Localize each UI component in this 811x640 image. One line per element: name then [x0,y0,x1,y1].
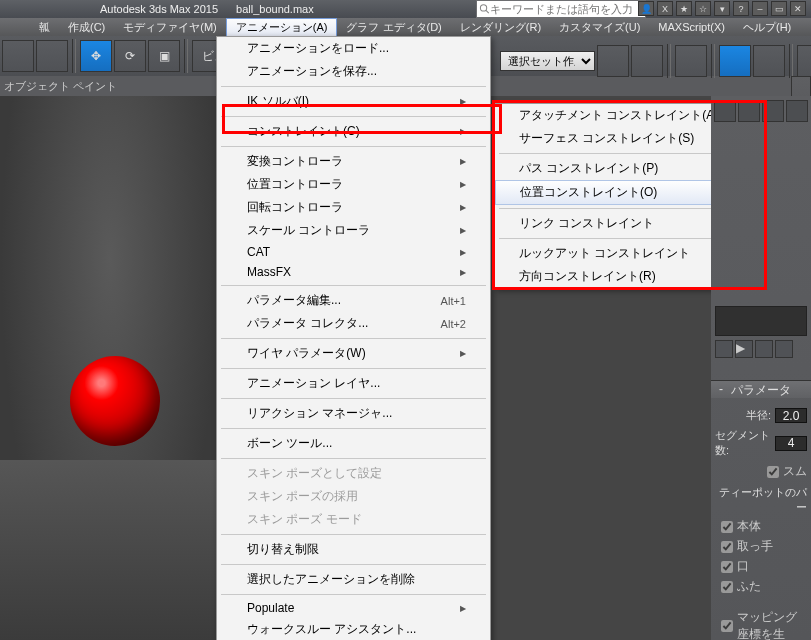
menu-separator [221,116,486,117]
menu-item-label: 回転コントローラ [247,199,343,216]
chk-lid[interactable] [721,561,733,573]
exchange-icon[interactable]: X [657,1,673,16]
tool-btn-redo[interactable] [36,40,68,72]
prev-btn-2[interactable]: ▶ [735,340,753,358]
chk-mapping[interactable] [721,620,733,632]
menu-separator [221,146,486,147]
menu-item[interactable]: レンダリング(R) [451,19,550,36]
label-segments: セグメント数: [715,428,771,458]
menu-item[interactable]: アニメーション(A) [226,18,338,37]
min-icon[interactable]: – [752,1,768,16]
star2-icon[interactable]: ☆ [695,1,711,16]
menu-item[interactable]: ボーン ツール... [217,432,490,455]
menu-item[interactable]: ヘルプ(H) [734,19,800,36]
menu-item[interactable]: 作成(C) [59,19,114,36]
toolbar-separator [184,39,188,73]
menu-item-label: CAT [247,245,270,259]
menu-item[interactable]: モディファイヤ(M) [114,19,226,36]
viewport-perspective[interactable] [0,96,220,640]
title-icon-strip: 👤 X ★ ☆ ▾ ? – ▭ ✕ [638,1,806,16]
chk-handle[interactable] [721,541,733,553]
menu-item[interactable]: 回転コントローラ [217,196,490,219]
tool-btn-layer[interactable] [753,45,785,77]
menu-item[interactable]: パラメータ編集...Alt+1 [217,289,490,312]
menu-item[interactable]: アニメーションをロード... [217,37,490,60]
menu-item[interactable]: アニメーション レイヤ... [217,372,490,395]
rollout-minus-icon: - [719,382,723,396]
menu-item-label: 位置コントローラ [247,176,343,193]
menu-item[interactable]: 瓡 [30,19,59,36]
menu-item[interactable]: 位置コントローラ [217,173,490,196]
menubar[interactable]: 瓡作成(C)モディファイヤ(M)アニメーション(A)グラフ エディタ(D)レンダ… [0,18,811,36]
menu-item-label: ワイヤ パラメータ(W) [247,345,366,362]
chk-smooth[interactable] [767,466,779,478]
menu-item-label: パラメータ編集... [247,292,341,309]
tool-btn-undo[interactable] [2,40,34,72]
menu-item[interactable]: パラメータ コレクタ...Alt+2 [217,312,490,335]
menu-item[interactable]: アニメーションを保存... [217,60,490,83]
tool-btn-curve[interactable] [797,45,811,77]
menu-item[interactable]: Populate [217,598,490,618]
menu-item[interactable]: ウォークスルー アシスタント... [217,618,490,640]
label-lid: 口 [737,558,749,575]
menu-item[interactable]: 切り替え制限 [217,538,490,561]
tool-btn-scale[interactable]: ▣ [148,40,180,72]
viewport-ground [0,460,220,640]
menu-item[interactable]: ワイヤ パラメータ(W) [217,342,490,365]
help-icon[interactable]: ? [733,1,749,16]
menu-item: スキン ポーズ モード [217,508,490,531]
tool-btn-rotate[interactable]: ⟳ [114,40,146,72]
menu-item-label: ボーン ツール... [247,435,332,452]
tool-btn-mirror[interactable] [675,45,707,77]
menu-item[interactable]: CAT [217,242,490,262]
menu-item[interactable]: コンストレイント(C) [217,120,490,143]
menu-item[interactable]: IK ソルバ(I) [217,90,490,113]
tool-btn-move[interactable]: ✥ [80,40,112,72]
tool-btn-b[interactable] [631,45,663,77]
menu-item[interactable]: リアクション マネージャ... [217,402,490,425]
tool-btn-align[interactable] [719,45,751,77]
menu-item[interactable]: スケール コントローラ [217,219,490,242]
viewport[interactable] [0,96,220,640]
menu-item-label: IK ソルバ(I) [247,93,309,110]
prev-btn-1[interactable] [715,340,733,358]
named-selection-set[interactable]: 選択セット作成 [500,51,595,71]
menu-item[interactable]: 変換コントローラ [217,150,490,173]
input-segments[interactable] [775,436,807,451]
tab-motion[interactable] [786,100,808,122]
prev-btn-4[interactable] [775,340,793,358]
tool-btn-a[interactable] [597,45,629,77]
menu-item[interactable]: MAXScript(X) [649,20,734,34]
help-search-input[interactable] [490,3,643,15]
star-icon[interactable]: ★ [676,1,692,16]
menu-item[interactable]: 選択したアニメーションを削除 [217,568,490,591]
menu-item-label: スキン ポーズとして設定 [247,465,382,482]
ribbon-tab-paint[interactable]: オブジェクト ペイント [4,79,117,94]
menu-separator [221,594,486,595]
preview-controls: ▶ [715,340,793,358]
menu-animation[interactable]: アニメーションをロード...アニメーションを保存...IK ソルバ(I)コンスト… [216,36,491,640]
down-icon[interactable]: ▾ [714,1,730,16]
rollout-header-parameters[interactable]: - パラメータ [711,380,811,398]
toolbar-separator [72,39,76,73]
tab-create[interactable] [714,100,736,122]
menu-item[interactable]: カスタマイズ(U) [550,19,649,36]
prev-btn-3[interactable] [755,340,773,358]
signin-icon[interactable]: 👤 [638,1,654,16]
input-radius[interactable] [775,408,807,423]
chk-spout[interactable] [721,581,733,593]
menu-item[interactable]: MassFX [217,262,490,282]
tab-modify[interactable] [738,100,760,122]
chk-body[interactable] [721,521,733,533]
menu-item[interactable]: グラフ エディタ(D) [337,19,450,36]
label-radius: 半径: [746,408,771,423]
menu-item-label: アニメーション レイヤ... [247,375,380,392]
help-search[interactable] [476,0,646,18]
menu-item-label: 切り替え制限 [247,541,319,558]
menu-shortcut: Alt+2 [441,318,466,330]
menu-item-label: リアクション マネージャ... [247,405,392,422]
tab-hierarchy[interactable] [762,100,784,122]
close-icon[interactable]: ✕ [790,1,806,16]
viewport-object-ball[interactable] [70,356,160,446]
max-icon[interactable]: ▭ [771,1,787,16]
